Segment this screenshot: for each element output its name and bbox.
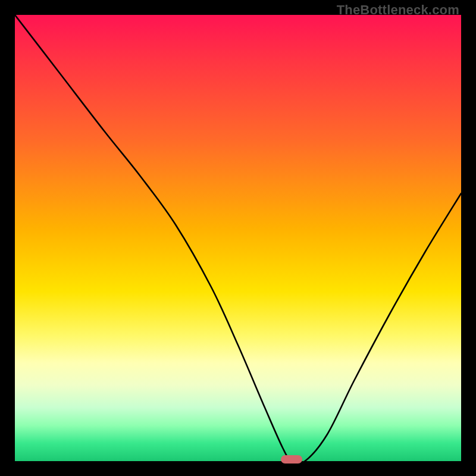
- bottleneck-curve-path: [15, 15, 461, 461]
- optimal-marker: [281, 455, 302, 464]
- plot-area: [15, 15, 461, 461]
- chart-container: TheBottleneck.com: [0, 0, 476, 476]
- curve-svg: [15, 15, 461, 461]
